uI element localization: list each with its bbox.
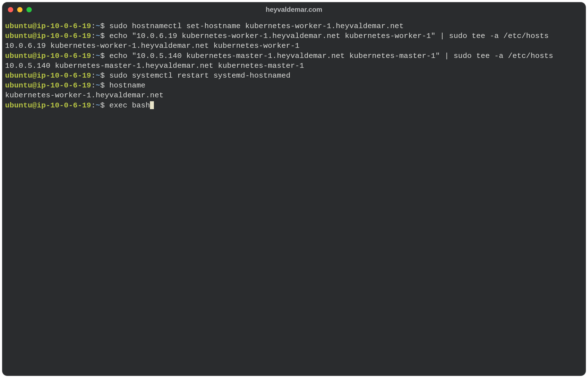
- prompt-sigil: $: [100, 22, 109, 30]
- prompt-user-host: ubuntu@ip-10-0-6-19: [5, 81, 91, 90]
- output-text: kubernetes-worker-1.heyvaldemar.net: [5, 91, 164, 100]
- command-text: echo "10.0.5.140 kubernetes-master-1.hey…: [109, 52, 553, 60]
- command-text: hostname: [109, 81, 145, 90]
- prompt-sigil: $: [100, 101, 109, 110]
- prompt-path: ~: [96, 81, 100, 90]
- prompt-user-host: ubuntu@ip-10-0-6-19: [5, 32, 91, 40]
- window-title: heyvaldemar.com: [2, 6, 586, 14]
- prompt-user-host: ubuntu@ip-10-0-6-19: [5, 52, 91, 60]
- terminal-body[interactable]: ubuntu@ip-10-0-6-19:~$ sudo hostnamectl …: [2, 17, 586, 113]
- command-text: echo "10.0.6.19 kubernetes-worker-1.heyv…: [109, 32, 549, 40]
- command-text: sudo systemctl restart systemd-hostnamed: [109, 71, 290, 80]
- prompt-path: ~: [96, 101, 100, 110]
- output-text: 10.0.5.140 kubernetes-master-1.heyvaldem…: [5, 62, 304, 70]
- prompt-separator: :: [91, 71, 96, 80]
- prompt-path: ~: [96, 52, 100, 60]
- prompt-separator: :: [91, 22, 96, 30]
- command-text: sudo hostnamectl set-hostname kubernetes…: [109, 22, 404, 30]
- prompt-separator: :: [91, 32, 96, 40]
- prompt-sigil: $: [100, 52, 109, 60]
- minimize-button[interactable]: [17, 7, 23, 12]
- prompt-path: ~: [96, 71, 100, 80]
- command-text: exec bash: [109, 101, 150, 110]
- prompt-path: ~: [96, 22, 100, 30]
- prompt-sigil: $: [100, 32, 109, 40]
- prompt-sigil: $: [100, 71, 109, 80]
- titlebar: heyvaldemar.com: [2, 2, 586, 17]
- prompt-user-host: ubuntu@ip-10-0-6-19: [5, 22, 91, 30]
- cursor-icon: [150, 101, 154, 109]
- prompt-separator: :: [91, 52, 96, 60]
- prompt-separator: :: [91, 101, 96, 110]
- output-text: 10.0.6.19 kubernetes-worker-1.heyvaldema…: [5, 42, 300, 50]
- prompt-user-host: ubuntu@ip-10-0-6-19: [5, 101, 91, 110]
- zoom-button[interactable]: [26, 7, 32, 12]
- prompt-separator: :: [91, 81, 96, 90]
- terminal-window: heyvaldemar.com ubuntu@ip-10-0-6-19:~$ s…: [2, 2, 586, 376]
- traffic-lights: [8, 7, 32, 12]
- prompt-user-host: ubuntu@ip-10-0-6-19: [5, 71, 91, 80]
- prompt-sigil: $: [100, 81, 109, 90]
- prompt-path: ~: [96, 32, 100, 40]
- close-button[interactable]: [8, 7, 13, 12]
